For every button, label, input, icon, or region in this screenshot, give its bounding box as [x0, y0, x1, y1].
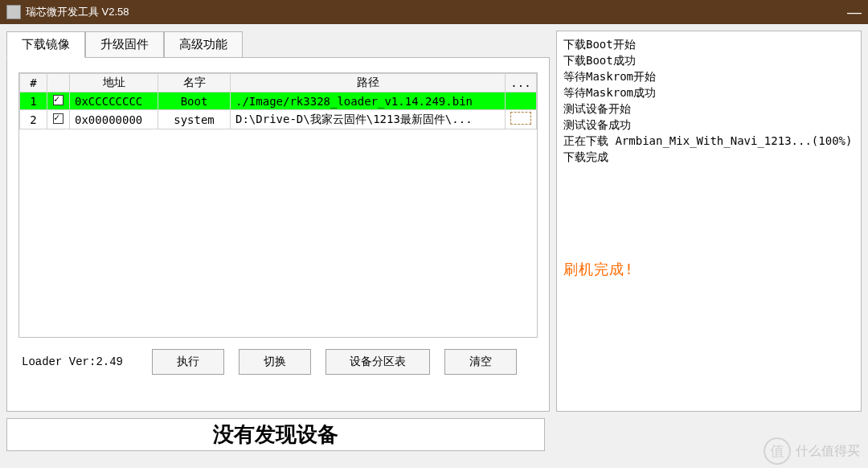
- cell-browse[interactable]: [506, 92, 537, 110]
- log-line: 等待Maskrom成功: [563, 84, 854, 101]
- watermark-badge-icon: 值: [764, 437, 791, 465]
- app-icon: [6, 5, 21, 19]
- checkbox-icon[interactable]: [53, 95, 63, 105]
- cell-path[interactable]: D:\Drive-D\我家云固件\1213最新固件\...: [231, 110, 506, 129]
- cell-index: 1: [20, 92, 47, 110]
- log-line: 下载完成: [563, 149, 854, 165]
- log-line: 测试设备开始: [563, 101, 854, 117]
- cell-check[interactable]: [47, 92, 70, 110]
- image-table: # 地址 名字 路径 ... 1 0xCCCCCCCC: [18, 72, 538, 338]
- log-line: 正在下载 Armbian_Mix_With_Navi_1213...(100%): [563, 133, 854, 149]
- col-name[interactable]: 名字: [158, 74, 231, 92]
- log-line: 测试设备成功: [563, 117, 854, 133]
- execute-button[interactable]: 执行: [152, 349, 224, 375]
- tabs: 下载镜像 升级固件 高级功能: [6, 31, 550, 57]
- tab-download-image[interactable]: 下载镜像: [6, 31, 85, 58]
- title-bar: 瑞芯微开发工具 V2.58 —: [0, 0, 868, 24]
- watermark-text: 什么值得买: [796, 443, 860, 460]
- watermark: 值 什么值得买: [764, 437, 860, 465]
- cell-path[interactable]: ./Image/rk3328_loader_v1.14.249.bin: [231, 92, 506, 110]
- table-row[interactable]: 2 0x00000000 system D:\Drive-D\我家云固件\121…: [20, 110, 537, 129]
- log-line: 下载Boot开始: [563, 36, 854, 52]
- col-address[interactable]: 地址: [70, 74, 158, 92]
- col-check[interactable]: [47, 74, 70, 92]
- cell-index: 2: [20, 110, 47, 129]
- cell-name[interactable]: Boot: [158, 92, 231, 110]
- cell-address[interactable]: 0x00000000: [70, 110, 158, 129]
- checkbox-icon[interactable]: [53, 113, 63, 124]
- loader-version-label: Loader Ver:2.49: [22, 355, 123, 368]
- col-index[interactable]: #: [20, 74, 47, 92]
- col-path[interactable]: 路径: [231, 74, 506, 92]
- cell-check[interactable]: [47, 110, 70, 129]
- minimize-button[interactable]: —: [847, 0, 862, 24]
- flash-done-label: 刷机完成!: [563, 261, 854, 277]
- window-title: 瑞芯微开发工具 V2.58: [26, 0, 129, 24]
- browse-icon[interactable]: [510, 112, 531, 125]
- button-row: Loader Ver:2.49 执行 切换 设备分区表 清空: [18, 349, 538, 375]
- cell-browse[interactable]: [506, 110, 537, 129]
- status-bar: 没有发现设备: [6, 418, 545, 451]
- log-line: 等待Maskrom开始: [563, 68, 854, 84]
- tab-advanced[interactable]: 高级功能: [164, 31, 243, 58]
- switch-button[interactable]: 切换: [239, 349, 311, 375]
- cell-address[interactable]: 0xCCCCCCCC: [70, 92, 158, 110]
- table-row[interactable]: 1 0xCCCCCCCC Boot ./Image/rk3328_loader_…: [20, 92, 537, 110]
- log-panel: 下载Boot开始 下载Boot成功 等待Maskrom开始 等待Maskrom成…: [556, 31, 862, 412]
- log-line: 下载Boot成功: [563, 52, 854, 68]
- tab-body: # 地址 名字 路径 ... 1 0xCCCCCCCC: [6, 57, 550, 412]
- partition-button[interactable]: 设备分区表: [326, 349, 430, 375]
- tab-upgrade-firmware[interactable]: 升级固件: [85, 31, 164, 58]
- clear-button[interactable]: 清空: [444, 349, 517, 375]
- cell-name[interactable]: system: [158, 110, 231, 129]
- col-more[interactable]: ...: [506, 74, 537, 92]
